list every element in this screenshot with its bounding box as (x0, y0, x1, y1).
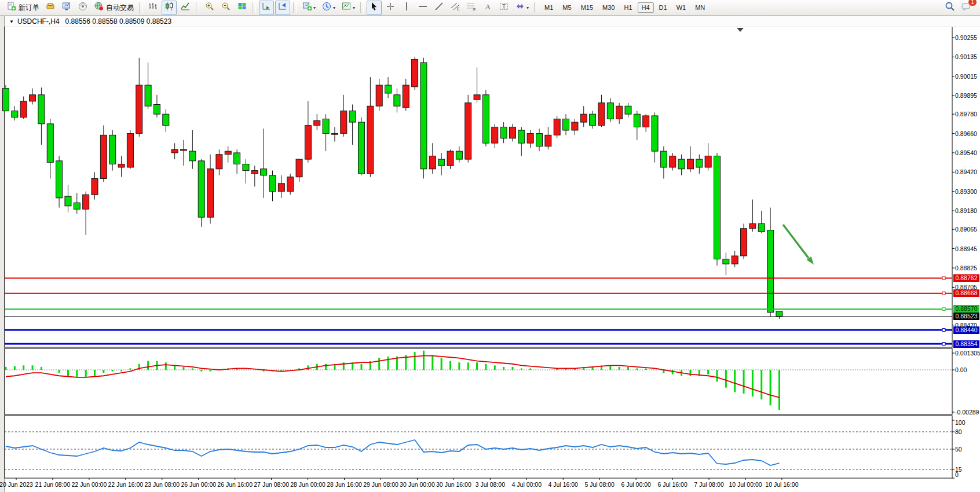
candlestick-bear[interactable] (189, 151, 196, 161)
hline-handle[interactable] (942, 343, 945, 346)
candlestick-bear[interactable] (767, 230, 774, 313)
candlestick-bull[interactable] (331, 134, 338, 135)
timeframe-w1[interactable]: W1 (672, 2, 690, 13)
candlestick-bull[interactable] (509, 127, 515, 138)
chart-shift-icon[interactable] (275, 1, 290, 15)
zoom-in-icon[interactable] (202, 1, 217, 15)
text-tool-icon[interactable]: A (480, 1, 495, 15)
auto-scroll-icon[interactable] (259, 1, 274, 15)
hline-handle[interactable] (942, 292, 945, 295)
candlestick-bear[interactable] (269, 175, 276, 192)
candlestick-bull[interactable] (207, 169, 214, 217)
candlestick-bear[interactable] (625, 106, 631, 114)
data-window-icon[interactable] (59, 1, 74, 15)
candlestick-bear[interactable] (323, 119, 329, 134)
timeframe-m5[interactable]: M5 (558, 2, 575, 13)
candlestick-bull[interactable] (412, 60, 418, 87)
zoom-out-icon[interactable] (218, 1, 233, 15)
candlestick-bear[interactable] (776, 311, 782, 317)
candlestick-bear[interactable] (385, 85, 392, 93)
candlestick-bear[interactable] (163, 114, 169, 125)
candlestick-bull[interactable] (92, 178, 98, 194)
candlestick-bear[interactable] (12, 111, 18, 118)
candlestick-bull[interactable] (376, 85, 382, 106)
candlestick-bear[interactable] (56, 161, 63, 198)
candlestick-bear[interactable] (359, 122, 365, 174)
timeframe-m30[interactable]: M30 (598, 2, 619, 13)
candlestick-bear[interactable] (109, 135, 116, 164)
autotrading-button[interactable]: 自动交易 (92, 1, 136, 15)
periods-button[interactable]: ▾ (319, 1, 338, 15)
candlestick-bear[interactable] (153, 104, 160, 114)
timeframe-m1[interactable]: M1 (540, 2, 557, 13)
arrows-tool-icon[interactable]: ▾ (513, 1, 531, 15)
candlestick-bull[interactable] (278, 183, 284, 192)
timeframe-d1[interactable]: D1 (655, 2, 671, 13)
timeframe-h1[interactable]: H1 (620, 2, 636, 13)
candlestick-bull[interactable] (127, 134, 133, 167)
candlestick-chart-icon[interactable] (162, 1, 177, 15)
candlestick-bull[interactable] (296, 159, 302, 177)
channel-tool-icon[interactable]: E (448, 1, 463, 15)
tile-windows-icon[interactable] (235, 1, 250, 15)
templates-button[interactable]: ▾ (339, 1, 357, 15)
candlestick-bear[interactable] (482, 95, 489, 143)
candlestick-bull[interactable] (367, 106, 374, 174)
candlestick-bull[interactable] (732, 256, 738, 264)
candlestick-bull[interactable] (314, 120, 320, 125)
candlestick-bull[interactable] (545, 135, 551, 146)
candlestick-bull[interactable] (572, 122, 578, 130)
candlestick-bull[interactable] (341, 111, 347, 134)
chart-title-bar[interactable]: ▼ USDCHF-,H4 0.88556 0.88558 0.88509 0.8… (5, 16, 980, 27)
chevron-down-icon[interactable]: ▾ (313, 5, 316, 10)
candlestick-bear[interactable] (145, 85, 151, 106)
candlestick-bear[interactable] (38, 95, 45, 124)
cursor-tool-icon[interactable] (367, 1, 382, 15)
candlestick-bull[interactable] (403, 85, 409, 108)
candlestick-bear[interactable] (3, 89, 9, 111)
candlestick-bear[interactable] (394, 95, 400, 106)
crosshair-tool-icon[interactable] (383, 1, 398, 15)
candlestick-bear[interactable] (74, 203, 80, 209)
trendline-tool-icon[interactable] (432, 1, 447, 15)
timeframe-mn[interactable]: MN (691, 2, 709, 13)
candlestick-bull[interactable] (670, 156, 676, 167)
candlestick-bull[interactable] (598, 103, 605, 126)
candlestick-bull[interactable] (741, 229, 747, 256)
candlestick-bear[interactable] (500, 127, 507, 138)
window-menu-icon[interactable]: ▼ (9, 19, 14, 24)
timeframe-h4[interactable]: H4 (638, 2, 654, 13)
candlestick-bull[interactable] (447, 151, 454, 166)
macd-panel[interactable] (5, 348, 952, 414)
candlestick-bull[interactable] (580, 114, 587, 122)
text-label-tool-icon[interactable]: T (496, 1, 511, 15)
candlestick-bull[interactable] (705, 156, 711, 167)
candlestick-bear[interactable] (678, 159, 685, 169)
candlestick-bull[interactable] (216, 155, 222, 169)
candlestick-bear[interactable] (607, 103, 613, 119)
notifications-button[interactable]: 1 (959, 1, 974, 15)
candlestick-bull[interactable] (20, 101, 27, 118)
candlestick-bear[interactable] (198, 161, 204, 217)
search-button[interactable] (942, 1, 957, 15)
candlestick-bull[interactable] (305, 126, 311, 159)
signals-icon[interactable] (75, 1, 90, 15)
candlestick-bear[interactable] (456, 151, 462, 159)
vertical-line-tool-icon[interactable] (399, 1, 414, 15)
candlestick-bear[interactable] (518, 130, 525, 143)
bar-chart-icon[interactable] (145, 1, 160, 15)
candlestick-bull[interactable] (749, 223, 756, 228)
candlestick-bear[interactable] (714, 156, 721, 259)
candlestick-bear[interactable] (652, 116, 658, 151)
candlestick-bull[interactable] (171, 149, 178, 153)
chevron-down-icon[interactable]: ▾ (526, 5, 529, 10)
chevron-down-icon[interactable]: ▾ (333, 5, 335, 10)
candlestick-bull[interactable] (181, 149, 187, 150)
candlestick-bear[interactable] (234, 153, 240, 164)
hline-handle[interactable] (942, 329, 945, 332)
candlestick-bear[interactable] (47, 124, 53, 163)
candlestick-bear[interactable] (723, 259, 729, 264)
rsi-panel[interactable] (5, 416, 952, 478)
candlestick-bull[interactable] (616, 106, 623, 119)
candlestick-bull[interactable] (429, 156, 436, 169)
